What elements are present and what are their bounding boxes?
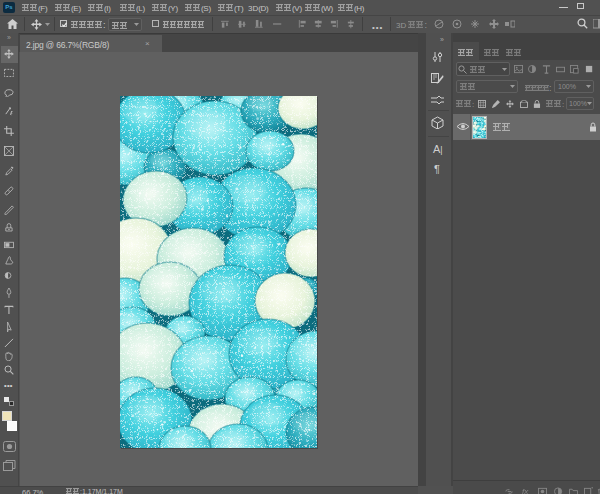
svg-text:fx: fx	[522, 487, 529, 494]
